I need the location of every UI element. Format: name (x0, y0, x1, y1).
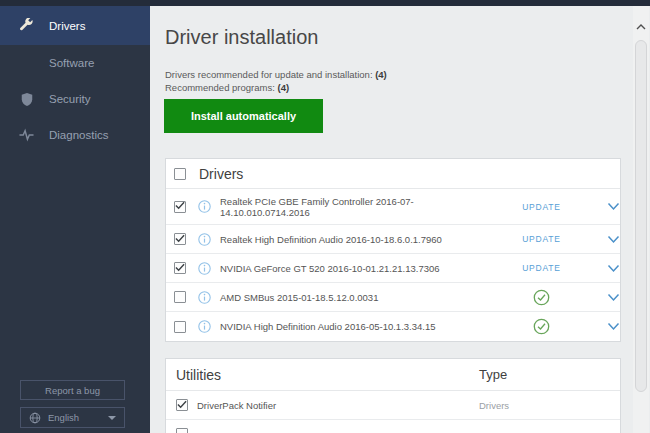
row-checkbox[interactable] (174, 201, 186, 213)
installed-icon (533, 289, 550, 306)
sidebar-item-software[interactable]: Software (0, 45, 150, 81)
sidebar: Drivers Software Security Diagnostics Re… (0, 6, 150, 433)
driver-row: NVIDIA High Definition Audio 2016-05-10.… (166, 312, 620, 341)
update-link[interactable]: UPDATE (522, 263, 561, 273)
shield-icon (19, 92, 34, 107)
sidebar-item-label: Security (49, 93, 91, 105)
language-selector[interactable]: English (20, 407, 125, 428)
summary-line-programs: Recommended programs: (4) (165, 81, 387, 94)
sidebar-item-label: Software (49, 57, 94, 69)
driver-row: Realtek High Definition Audio 2016-10-18… (166, 225, 620, 254)
chevron-down-icon[interactable] (607, 293, 620, 302)
installed-icon (533, 318, 550, 335)
utilities-panel: Utilities Type DriverPack Notifier Drive… (165, 358, 621, 433)
driver-name: NVIDIA GeForce GT 520 2016-10-01.21.21.1… (220, 263, 476, 274)
page-title: Driver installation (165, 26, 318, 49)
install-automatically-button[interactable]: Install automatically (164, 99, 323, 133)
sidebar-item-diagnostics[interactable]: Diagnostics (0, 117, 150, 153)
driver-name: Realtek PCIe GBE Family Controller 2016-… (220, 196, 476, 218)
type-column-header: Type (479, 367, 507, 382)
driver-row: Realtek PCIe GBE Family Controller 2016-… (166, 189, 620, 225)
row-checkbox[interactable] (176, 428, 188, 433)
chevron-down-icon[interactable] (607, 202, 620, 211)
info-icon[interactable] (198, 233, 211, 246)
driver-row: AMD SMBus 2015-01-18.5.12.0.0031 UPDATE (166, 283, 620, 312)
globe-icon (29, 412, 41, 424)
chevron-down-icon[interactable] (607, 322, 620, 331)
update-link[interactable]: UPDATE (522, 202, 561, 212)
scrollbar[interactable] (633, 6, 649, 433)
info-icon[interactable] (198, 200, 211, 213)
row-checkbox[interactable] (174, 233, 186, 245)
drivers-panel: Drivers Realtek PCIe GBE Family Controll… (165, 158, 621, 342)
info-icon[interactable] (198, 262, 211, 275)
wrench-icon (19, 18, 34, 33)
drivers-panel-title: Drivers (199, 166, 243, 182)
sidebar-item-label: Diagnostics (49, 129, 108, 141)
summary-text: Drivers recommended for update and insta… (165, 68, 387, 94)
scroll-up-icon[interactable] (636, 16, 646, 34)
report-bug-button[interactable]: Report a bug (20, 380, 125, 400)
drivers-panel-header: Drivers (166, 159, 620, 189)
summary-line-drivers: Drivers recommended for update and insta… (165, 68, 387, 81)
caret-down-icon (108, 416, 116, 420)
driver-name: AMD SMBus 2015-01-18.5.12.0.0031 (220, 292, 476, 303)
sidebar-item-security[interactable]: Security (0, 81, 150, 117)
row-checkbox[interactable] (174, 291, 186, 303)
sidebar-item-drivers[interactable]: Drivers (0, 6, 150, 45)
chevron-down-icon[interactable] (607, 235, 620, 244)
row-checkbox[interactable] (176, 399, 188, 411)
utility-row-partial (166, 420, 620, 433)
scrollbar-thumb[interactable] (635, 40, 647, 392)
utilities-panel-title: Utilities (176, 367, 221, 383)
utility-type: Drivers (479, 400, 509, 411)
row-checkbox[interactable] (174, 262, 186, 274)
language-selected-label: English (48, 412, 79, 423)
info-icon[interactable] (198, 291, 211, 304)
update-link[interactable]: UPDATE (522, 234, 561, 244)
grid-icon (19, 56, 34, 71)
driver-name: Realtek High Definition Audio 2016-10-18… (220, 234, 476, 245)
driver-row: NVIDIA GeForce GT 520 2016-10-01.21.21.1… (166, 254, 620, 283)
row-checkbox[interactable] (174, 321, 186, 333)
select-all-checkbox[interactable] (174, 168, 186, 180)
pulse-icon (19, 128, 34, 143)
info-icon[interactable] (198, 320, 211, 333)
chevron-down-icon[interactable] (607, 264, 620, 273)
driver-name: NVIDIA High Definition Audio 2016-05-10.… (220, 321, 476, 332)
utility-row: DriverPack Notifier Drivers (166, 391, 620, 420)
utilities-panel-header: Utilities Type (166, 359, 620, 391)
utility-name: DriverPack Notifier (197, 400, 276, 411)
sidebar-item-label: Drivers (49, 20, 85, 32)
